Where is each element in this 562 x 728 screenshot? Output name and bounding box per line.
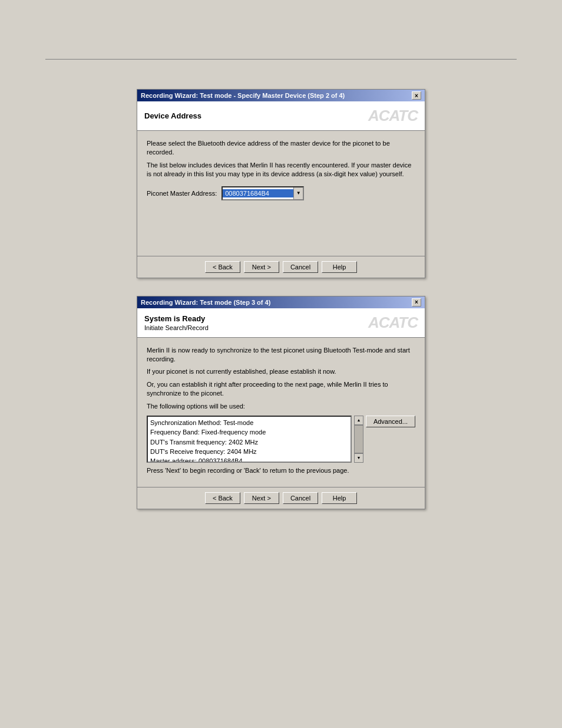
dialog2-help-button[interactable]: Help	[322, 492, 357, 504]
dialog1-body: Please select the Bluetooth device addre…	[137, 131, 425, 256]
acatc-logo-2: ACATC	[368, 314, 418, 332]
listbox-scrollbar[interactable]: ▲ ▼	[354, 416, 363, 463]
dialog2-close-button[interactable]: ×	[412, 298, 421, 307]
dialog2-desc3: Or, you can establish it right after pro…	[147, 380, 415, 398]
dialog1-form-row: Piconet Master Address: 0080371684B4 ▼	[147, 186, 415, 200]
list-item-4: DUT's Receive frequency: 2404 MHz	[149, 447, 349, 456]
list-item-1: Synchronization Method: Test-mode	[149, 418, 349, 427]
scroll-track	[354, 425, 363, 453]
dialog2-back-button[interactable]: < Back	[205, 492, 240, 504]
dialog1-desc1: Please select the Bluetooth device addre…	[147, 139, 415, 157]
dialog1-header-text: Device Address	[144, 111, 201, 120]
dialog1-title: Recording Wizard: Test mode - Specify Ma…	[141, 92, 345, 99]
dialog2-header-subtitle: Initiate Search/Record	[144, 324, 209, 331]
piconet-address-combobox[interactable]: 0080371684B4 ▼	[222, 186, 304, 200]
dialog2-title: Recording Wizard: Test mode (Step 3 of 4…	[141, 299, 270, 306]
dialog1-titlebar: Recording Wizard: Test mode - Specify Ma…	[137, 90, 425, 101]
dialog2: Recording Wizard: Test mode (Step 3 of 4…	[137, 296, 425, 510]
dialog2-desc2: If your piconet is not currently establi…	[147, 367, 415, 376]
scroll-up-button[interactable]: ▲	[354, 416, 363, 425]
dialog2-desc4: The following options will be used:	[147, 402, 415, 411]
dialog1-footer: < Back Next > Cancel Help	[137, 256, 425, 278]
dialog2-desc5: Press 'Next' to begin recording or 'Back…	[147, 466, 415, 475]
dialog1: Recording Wizard: Test mode - Specify Ma…	[137, 89, 425, 278]
dialog1-header: Device Address ACATC	[137, 101, 425, 131]
acatc-logo-1: ACATC	[368, 107, 418, 125]
dialog2-desc1: Merlin II is now ready to synchronize to…	[147, 346, 415, 364]
dialog2-footer: < Back Next > Cancel Help	[137, 487, 425, 509]
list-item-2: Frequency Band: Fixed-frequency mode	[149, 427, 349, 437]
scroll-down-button[interactable]: ▼	[354, 453, 363, 463]
piconet-master-label: Piconet Master Address:	[147, 190, 217, 197]
list-item-3: DUT's Transmit frequency: 2402 MHz	[149, 437, 349, 447]
dialog2-cancel-button[interactable]: Cancel	[283, 492, 318, 504]
options-listbox[interactable]: Synchronization Method: Test-mode Freque…	[147, 416, 352, 463]
list-item-5: Master address: 0080371684B4	[149, 456, 349, 463]
dialog1-header-title: Device Address	[144, 111, 201, 120]
dialog1-help-button[interactable]: Help	[322, 261, 357, 273]
dialog2-header-text: System is Ready Initiate Search/Record	[144, 314, 209, 331]
piconet-address-value: 0080371684B4	[223, 189, 293, 197]
dialog2-titlebar: Recording Wizard: Test mode (Step 3 of 4…	[137, 297, 425, 308]
dialog1-desc2: The list below includes devices that Mer…	[147, 161, 415, 179]
dialog1-back-button[interactable]: < Back	[205, 261, 240, 273]
dialog2-options-area: Synchronization Method: Test-mode Freque…	[147, 416, 415, 463]
dialog1-next-button[interactable]: Next >	[244, 261, 279, 273]
dialog2-body: Merlin II is now ready to synchronize to…	[137, 338, 425, 487]
top-separator	[45, 59, 517, 60]
piconet-address-dropdown-arrow[interactable]: ▼	[293, 187, 303, 199]
dialog2-header: System is Ready Initiate Search/Record A…	[137, 308, 425, 338]
dialog2-next-button[interactable]: Next >	[244, 492, 279, 504]
dialog1-close-button[interactable]: ×	[412, 91, 421, 100]
dialog2-header-title: System is Ready	[144, 314, 209, 323]
advanced-button[interactable]: Advanced...	[366, 416, 415, 427]
dialog1-spacer	[147, 200, 415, 248]
dialog1-cancel-button[interactable]: Cancel	[283, 261, 318, 273]
